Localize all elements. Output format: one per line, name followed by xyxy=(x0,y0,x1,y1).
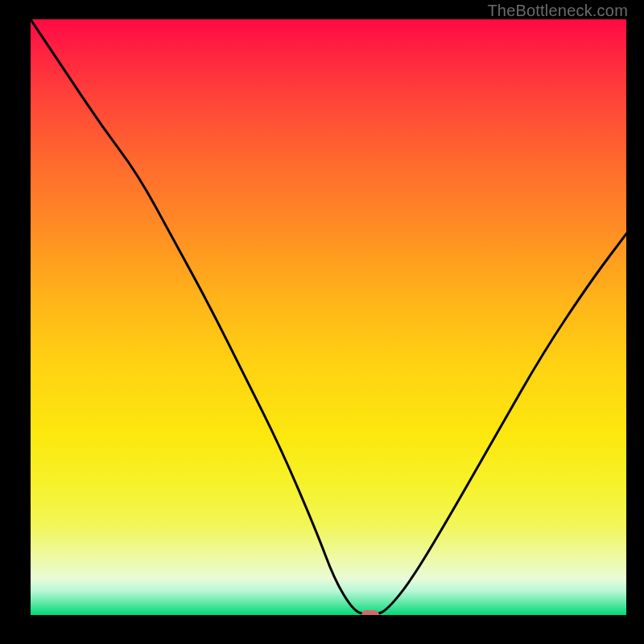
curve-svg xyxy=(31,19,626,615)
plot-area xyxy=(31,19,626,615)
minimum-marker xyxy=(361,610,379,615)
bottleneck-curve xyxy=(31,19,626,615)
attribution-text: TheBottleneck.com xyxy=(487,2,628,20)
chart-stage: TheBottleneck.com xyxy=(0,0,644,644)
